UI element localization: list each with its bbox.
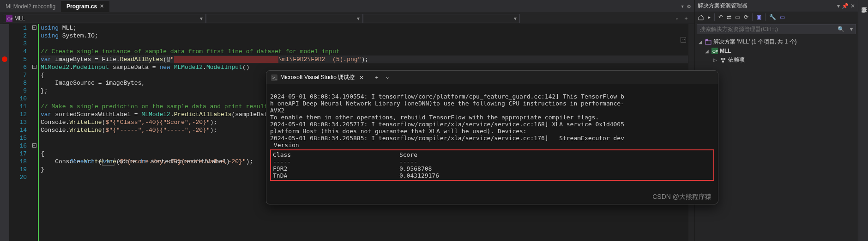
close-icon[interactable]: ✕ <box>100 3 104 9</box>
chevron-down-icon: ▾ <box>357 15 360 22</box>
add-icon[interactable]: ＋ <box>681 14 692 22</box>
expand-icon[interactable]: ◢ <box>699 39 703 44</box>
document-tab-bar: MLModel2.mbconfig Program.cs ✕ ▾ ⚙ <box>0 0 694 13</box>
breadcrumb-bar: C# MLL ▾ ▾ ▾ ▫ ＋ <box>0 13 694 24</box>
csharp-icon: C# <box>6 15 12 22</box>
solution-toolbar: ▸ ↶ ⇄ ▭ ⟳ ▣ 🔧 ▭ <box>695 12 858 23</box>
dropdown-icon[interactable]: ▾ <box>837 3 840 9</box>
debug-console-window: >_ Microsoft Visual Studio 调试控 ✕ ＋ ⌄ 202… <box>266 70 718 204</box>
collapse-icon[interactable]: ▣ <box>756 14 761 20</box>
fold-icon[interactable]: − <box>32 65 36 69</box>
diagnostics-tab[interactable]: 诊断工具 <box>858 0 868 241</box>
fold-icon[interactable]: − <box>32 143 36 148</box>
split-view-icon[interactable]: ▭ <box>681 37 686 43</box>
project-node[interactable]: ◢ C# MLL <box>697 47 856 55</box>
console-output[interactable]: 2024-05-01 08:08:34.190554: I tensorflow… <box>266 84 718 204</box>
svg-text:C#: C# <box>712 49 718 54</box>
tab-label: Program.cs <box>66 3 97 10</box>
caret-icon[interactable]: ▸ <box>708 14 711 20</box>
fold-gutter[interactable]: − − − <box>31 24 38 241</box>
svg-rect-12 <box>722 61 724 62</box>
svg-text:C#: C# <box>7 17 12 21</box>
solution-tree[interactable]: ◢ 解决方案 'MLL' (1 个项目, 共 1 个) ◢ C# MLL ▷ 依… <box>695 35 858 67</box>
project-dropdown[interactable]: C# MLL ▾ <box>3 14 206 23</box>
csharp-project-icon: C# <box>711 48 718 54</box>
highlighted-output: Class Score ----- ----- F9R2 0.9568708 T… <box>270 149 714 181</box>
refresh-icon[interactable]: ⟳ <box>744 14 748 20</box>
chevron-down-icon[interactable]: ⌄ <box>385 74 390 81</box>
watermark-text: CSDN @大熊程序猿 <box>652 193 711 201</box>
method-dropdown[interactable]: ▾ <box>363 14 520 23</box>
editor-pane: MLModel2.mbconfig Program.cs ✕ ▾ ⚙ C# ML… <box>0 0 694 241</box>
dependencies-node[interactable]: ▷ 依赖项 <box>697 55 856 65</box>
close-icon[interactable]: ✕ <box>359 74 364 81</box>
panel-title: 解决方案资源管理器 <box>698 2 837 10</box>
solution-root[interactable]: ◢ 解决方案 'MLL' (1 个项目, 共 1 个) <box>697 37 856 47</box>
svg-rect-6 <box>705 40 711 44</box>
chevron-down-icon[interactable]: ▾ <box>847 26 856 32</box>
breakpoint-icon[interactable] <box>2 56 7 62</box>
console-title: Microsoft Visual Studio 调试控 <box>280 74 355 81</box>
properties-icon[interactable]: ▭ <box>780 14 785 20</box>
svg-rect-11 <box>723 58 725 60</box>
svg-rect-7 <box>705 39 708 41</box>
new-tab-icon[interactable]: ＋ <box>374 74 380 81</box>
dependencies-label: 依赖项 <box>728 56 745 64</box>
svg-rect-10 <box>721 58 723 60</box>
solution-explorer: 解决方案资源管理器 ▾ 📌 ✕ ▸ ↶ ⇄ ▭ ⟳ ▣ 🔧 ▭ 🔍 ▾ ◢ <box>694 0 858 241</box>
svg-text:>_: >_ <box>272 75 277 80</box>
fold-icon[interactable]: − <box>32 25 36 30</box>
project-label: MLL <box>720 48 731 54</box>
pin-icon[interactable]: 📌 <box>842 3 849 9</box>
expand-icon[interactable]: ▷ <box>713 57 718 62</box>
solution-label: 解决方案 'MLL' (1 个项目, 共 1 个) <box>713 38 797 46</box>
show-all-icon[interactable]: ▭ <box>735 14 740 20</box>
search-input[interactable] <box>697 25 835 34</box>
overflow-icon[interactable]: ▾ <box>681 3 684 10</box>
tab-label: MLModel2.mbconfig <box>6 3 55 10</box>
console-titlebar[interactable]: >_ Microsoft Visual Studio 调试控 ✕ ＋ ⌄ <box>266 71 718 84</box>
terminal-icon: >_ <box>271 74 277 81</box>
chevron-down-icon: ▾ <box>200 15 203 22</box>
gear-icon[interactable]: ⚙ <box>687 3 691 10</box>
breakpoint-gutter[interactable] <box>0 24 9 241</box>
sync-icon[interactable]: ⇄ <box>727 14 731 20</box>
close-icon[interactable]: ✕ <box>850 3 855 9</box>
solution-search[interactable]: 🔍 ▾ <box>697 24 856 34</box>
line-number-gutter: 1234567891011121314151617181920 <box>9 24 31 241</box>
expand-icon[interactable]: ◢ <box>705 49 710 54</box>
back-icon[interactable]: ↶ <box>718 14 723 20</box>
solution-icon <box>705 39 711 45</box>
member-dropdown[interactable]: ▾ <box>206 14 363 23</box>
dependencies-icon <box>720 57 726 63</box>
wrench-icon[interactable]: 🔧 <box>769 14 776 20</box>
tab-mlmodel2[interactable]: MLModel2.mbconfig <box>0 1 61 12</box>
split-icon[interactable]: ▫ <box>673 15 681 22</box>
chevron-down-icon: ▾ <box>514 15 517 22</box>
search-icon[interactable]: 🔍 <box>835 26 847 32</box>
home-icon[interactable] <box>698 14 704 20</box>
project-name: MLL <box>14 15 25 22</box>
solution-explorer-header[interactable]: 解决方案资源管理器 ▾ 📌 ✕ <box>695 0 858 12</box>
tab-program-cs[interactable]: Program.cs ✕ <box>61 1 109 12</box>
